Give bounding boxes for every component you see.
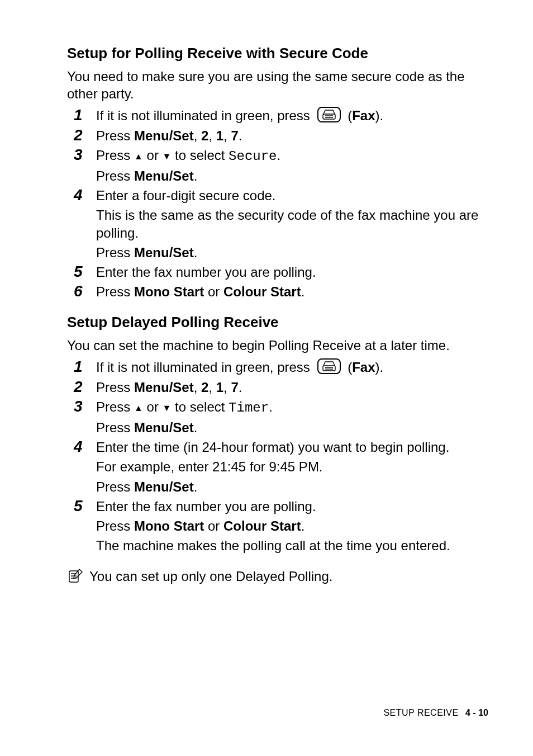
text-fragment: Press — [96, 168, 134, 183]
text-fragment: or — [204, 284, 223, 299]
text-fragment: Enter the time (in 24-hour format) you w… — [96, 440, 449, 455]
list-item: 5 Enter the fax number you are polling. … — [67, 498, 488, 555]
text-fragment: , — [208, 380, 216, 395]
section1-heading: Setup for Polling Receive with Secure Co… — [67, 45, 488, 62]
note-icon — [67, 568, 89, 584]
step-subline: Press Mono Start or Colour Start. — [96, 517, 488, 535]
text-fragment: 7 — [231, 380, 238, 395]
text-fragment: . — [269, 399, 273, 414]
step-number: 4 — [67, 438, 96, 456]
list-item: 3 Press ▲ or ▼ to select Timer. Press Me… — [67, 398, 488, 436]
footer-page-number: 4 - 10 — [465, 708, 488, 717]
section1-intro: You need to make sure you are using the … — [67, 68, 488, 102]
footer-label: SETUP RECEIVE — [383, 708, 458, 717]
text-fragment: 2 — [201, 128, 208, 143]
text-fragment: ( — [344, 108, 353, 123]
text-fragment: or — [143, 399, 163, 414]
text-fragment: . — [194, 420, 198, 435]
step-body: If it is not illuminated in green, press… — [96, 358, 488, 376]
text-fragment: . — [239, 380, 242, 395]
text-fragment: Mono Start — [134, 518, 204, 533]
text-fragment: or — [143, 148, 163, 163]
step-number: 3 — [67, 147, 96, 164]
text-fragment: Menu/Set — [134, 479, 194, 494]
step-body: Press Mono Start or Colour Start. — [96, 283, 488, 300]
text-fragment: Menu/Set — [134, 168, 194, 183]
section2-intro: You can set the machine to begin Polling… — [67, 337, 488, 354]
text-fragment: Enter the fax number you are polling. — [96, 499, 316, 514]
text-fragment: Press — [96, 380, 134, 395]
text-fragment: Menu/Set — [134, 380, 194, 395]
section2-steps: 1 If it is not illuminated in green, pre… — [67, 358, 488, 554]
step-number: 1 — [67, 358, 96, 376]
text-fragment: Press — [96, 284, 134, 299]
step-number: 2 — [67, 127, 96, 144]
text-fragment: . — [277, 148, 281, 163]
step-subline: Press Menu/Set. — [96, 478, 488, 495]
text-fragment: ). — [375, 360, 384, 375]
svg-rect-0 — [323, 114, 335, 119]
section2-heading: Setup Delayed Polling Receive — [67, 314, 488, 331]
text-fragment: Colour Start — [223, 518, 301, 533]
note: You can set up only one Delayed Polling. — [67, 568, 488, 585]
text-fragment: Enter a four-digit secure code. — [96, 188, 276, 203]
text-fragment: , — [194, 128, 201, 143]
step-subline: Press Menu/Set. — [96, 167, 488, 185]
list-item: 4 Enter a four-digit secure code. This i… — [67, 187, 488, 261]
step-body: Press Menu/Set, 2, 1, 7. — [96, 379, 488, 396]
text-fragment: Press — [96, 148, 134, 163]
step-number: 1 — [67, 107, 96, 124]
step-number: 4 — [67, 187, 96, 204]
text-fragment: Press — [96, 128, 134, 143]
step-body: Press Menu/Set, 2, 1, 7. — [96, 127, 488, 144]
text-fragment: 1 — [216, 128, 223, 143]
page-footer: SETUP RECEIVE 4 - 10 — [383, 708, 488, 718]
text-fragment: 1 — [216, 380, 223, 395]
text-fragment: . — [194, 479, 198, 494]
text-fragment: . — [194, 245, 198, 260]
step-body: Enter a four-digit secure code. This is … — [96, 187, 488, 261]
svg-rect-3 — [323, 366, 335, 371]
text-fragment: to select — [171, 148, 229, 163]
step-number: 5 — [67, 498, 96, 515]
list-item: 5 Enter the fax number you are polling. — [67, 263, 488, 281]
fax-icon — [317, 107, 341, 122]
down-arrow-icon: ▼ — [163, 152, 172, 161]
step-subline: Press Menu/Set. — [96, 244, 488, 261]
step-number: 6 — [67, 283, 96, 300]
text-fragment: If it is not illuminated in green, press — [96, 360, 314, 375]
step-body: Enter the fax number you are polling. — [96, 263, 488, 281]
text-fragment: Press — [96, 245, 134, 260]
text-fragment: or — [204, 518, 223, 533]
text-fragment: . — [301, 518, 305, 533]
text-fragment: Colour Start — [223, 284, 301, 299]
text-fragment: 2 — [201, 380, 208, 395]
text-fragment: , — [223, 128, 231, 143]
list-item: 1 If it is not illuminated in green, pre… — [67, 358, 488, 376]
text-fragment: Menu/Set — [134, 245, 194, 260]
up-arrow-icon: ▲ — [134, 152, 143, 161]
step-body: Press ▲ or ▼ to select Timer. Press Menu… — [96, 398, 488, 436]
section1-steps: 1 If it is not illuminated in green, pre… — [67, 107, 488, 300]
text-fragment: Secure — [229, 149, 277, 164]
text-fragment: , — [223, 380, 231, 395]
step-subline: Press Menu/Set. — [96, 419, 488, 436]
step-subline: For example, enter 21:45 for 9:45 PM. — [96, 458, 488, 475]
text-fragment: If it is not illuminated in green, press — [96, 108, 314, 123]
text-fragment: Press — [96, 399, 134, 414]
up-arrow-icon: ▲ — [134, 403, 143, 413]
step-subline: The machine makes the polling call at th… — [96, 537, 488, 554]
text-fragment: Menu/Set — [134, 420, 194, 435]
text-fragment: Mono Start — [134, 284, 204, 299]
step-body: Enter the fax number you are polling. Pr… — [96, 498, 488, 555]
text-fragment: . — [194, 168, 198, 183]
list-item: 3 Press ▲ or ▼ to select Secure. Press M… — [67, 147, 488, 185]
step-subline: This is the same as the security code of… — [96, 206, 488, 241]
down-arrow-icon: ▼ — [163, 403, 172, 413]
text-fragment: Press — [96, 518, 134, 533]
note-text: You can set up only one Delayed Polling. — [89, 568, 488, 585]
step-number: 2 — [67, 379, 96, 396]
text-fragment: Fax — [352, 108, 375, 123]
text-fragment: ( — [344, 360, 353, 375]
text-fragment: Press — [96, 479, 134, 494]
